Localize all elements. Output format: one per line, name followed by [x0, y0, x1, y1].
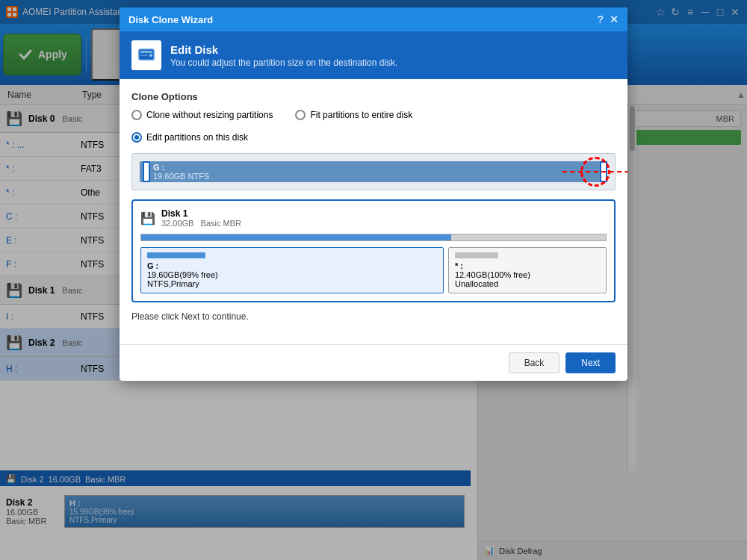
option2[interactable]: Fit partitions to entire disk	[295, 110, 412, 120]
modal-body: Clone Options Clone without resizing par…	[120, 79, 627, 344]
dest-part1-label: G :	[147, 261, 437, 270]
next-button[interactable]: Next	[565, 352, 616, 373]
modal-title: Disk Clone Wizard	[128, 14, 213, 25]
disk-clone-wizard-modal: Disk Clone Wizard ? ✕ Edit Disk You coul…	[120, 7, 627, 381]
left-handle[interactable]	[143, 161, 150, 182]
back-button[interactable]: Back	[509, 352, 560, 373]
dest-disk-name: Disk 1	[161, 208, 241, 219]
dest-part2-bar	[455, 252, 498, 258]
option3-radio[interactable]	[131, 132, 142, 143]
edit-disk-icon	[131, 40, 161, 70]
option1[interactable]: Clone without resizing partitions	[131, 110, 273, 120]
dest-part2-type: Unallocated	[455, 279, 600, 288]
modal-footer: Back Next	[120, 344, 627, 381]
source-disk-vis: G : 19.60GB NTFS ▶	[131, 153, 616, 190]
dest-disk-container: 💾 Disk 1 32.00GB Basic MBR	[131, 199, 616, 302]
option2-radio[interactable]	[295, 110, 306, 120]
modal-title-controls: ? ✕	[597, 13, 619, 25]
svg-rect-6	[140, 55, 148, 56]
dest-part2[interactable]: * : 12.40GB(100% free) Unallocated	[448, 247, 607, 293]
option3-container: Edit partitions on this disk	[131, 132, 616, 143]
dest-parts: G : 19.60GB(99% free) NTFS,Primary * : 1…	[140, 247, 607, 293]
dest-part1[interactable]: G : 19.60GB(99% free) NTFS,Primary	[140, 247, 444, 293]
modal-title-bar: Disk Clone Wizard ? ✕	[120, 7, 627, 31]
clone-options-label: Clone Options	[131, 91, 616, 102]
dest-disk-drive-icon: 💾	[140, 211, 155, 225]
dest-disk-header: 💾 Disk 1 32.00GB Basic MBR	[140, 208, 607, 228]
modal-help-btn[interactable]: ?	[597, 13, 604, 25]
svg-rect-5	[140, 51, 152, 53]
radio-options: Clone without resizing partitions Fit pa…	[131, 110, 616, 120]
modal-header-title: Edit Disk	[170, 43, 397, 56]
status-message: Please click Next to continue.	[131, 311, 616, 322]
modal-header: Edit Disk You could adjust the partition…	[120, 31, 627, 79]
source-label: G :	[153, 163, 600, 172]
source-size: 19.60GB NTFS	[153, 172, 600, 181]
source-bar-wrapper: G : 19.60GB NTFS ▶	[140, 161, 607, 182]
dest-disk-info: Disk 1 32.00GB Basic MBR	[161, 208, 241, 228]
resize-arrow: ▶	[562, 164, 627, 180]
modal-header-text: Edit Disk You could adjust the partition…	[170, 43, 397, 68]
dashed-line	[562, 171, 627, 172]
modal-header-desc: You could adjust the partition size on t…	[170, 57, 397, 68]
svg-point-7	[149, 54, 152, 57]
dest-bar	[140, 234, 607, 241]
dest-part1-size: 19.60GB(99% free)	[147, 270, 437, 279]
modal-close-btn[interactable]: ✕	[610, 13, 619, 25]
dest-part2-bar-vis	[451, 234, 606, 240]
option3[interactable]: Edit partitions on this disk	[131, 132, 616, 143]
dest-part1-bar	[147, 252, 205, 258]
dest-part2-size: 12.40GB(100% free)	[455, 270, 600, 279]
modal-overlay: Disk Clone Wizard ? ✕ Edit Disk You coul…	[0, 0, 747, 560]
dest-part2-label: * :	[455, 261, 600, 270]
source-bar[interactable]: G : 19.60GB NTFS	[140, 161, 607, 182]
dest-part1-type: NTFS,Primary	[147, 279, 437, 288]
dest-disk-detail: 32.00GB Basic MBR	[161, 219, 241, 228]
option1-radio[interactable]	[131, 110, 142, 120]
dest-part1-bar-vis	[141, 234, 451, 240]
